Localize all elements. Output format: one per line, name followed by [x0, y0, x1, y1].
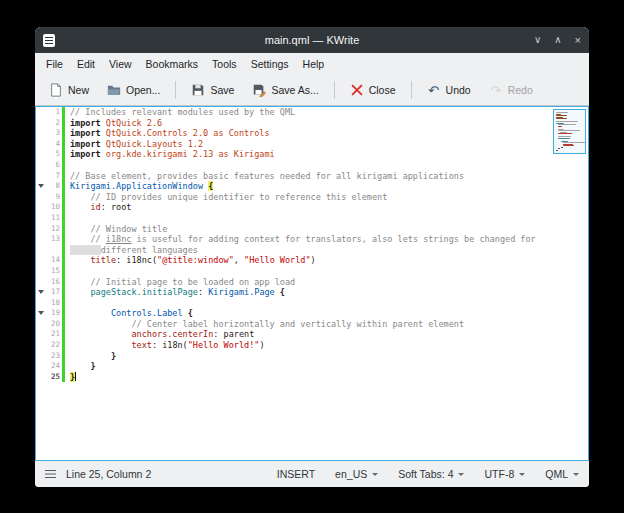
fold-margin [36, 255, 45, 266]
toolbar-separator [334, 81, 335, 99]
line-number: 5 [45, 149, 62, 160]
menu-item-file[interactable]: File [39, 55, 70, 73]
code-line: 7// Base element, provides basic feature… [36, 171, 588, 182]
dictionary-button[interactable]: en_US [335, 468, 378, 480]
menu-item-help[interactable]: Help [296, 55, 332, 73]
indentation-button[interactable]: Soft Tabs: 4 [398, 468, 464, 480]
toolbar-separator [175, 81, 176, 99]
save-as-icon [252, 83, 266, 97]
fold-margin [36, 351, 45, 362]
code-text: Kirigami.ApplicationWindow { [65, 181, 588, 192]
menu-item-bookmarks[interactable]: Bookmarks [139, 55, 206, 73]
minimap-line [563, 142, 585, 143]
cursor-position-label[interactable]: Line 25, Column 2 [66, 468, 151, 480]
open-folder-icon [107, 83, 121, 97]
code-text [65, 213, 588, 224]
open-button[interactable]: Open... [99, 80, 168, 100]
code-text: Controls.Label { [65, 308, 588, 319]
undo-icon: ↶ [427, 83, 441, 97]
line-number: 25 [45, 372, 62, 383]
save-as-button[interactable]: Save As... [244, 80, 326, 100]
desktop: { "window": { "title": "main.qml — KWrit… [0, 0, 624, 513]
editor-view[interactable]: 1// Includes relevant modules used by th… [35, 106, 589, 461]
encoding-button[interactable]: UTF-8 [484, 468, 525, 480]
minimap-line [556, 112, 568, 113]
input-mode-button[interactable]: INSERT [277, 468, 315, 480]
save-icon [191, 83, 205, 97]
minimap-line [556, 118, 567, 119]
new-document-icon [49, 83, 63, 97]
minimap-line [561, 147, 564, 148]
code-text: different languages [65, 245, 588, 256]
code-text: // Center label horizontally and vertica… [65, 319, 588, 330]
hamburger-menu-icon[interactable] [45, 470, 56, 472]
code-text: // i18nc is useful for adding context fo… [65, 234, 588, 245]
code-line: 11 [36, 213, 588, 224]
close-document-icon [350, 83, 364, 97]
line-number: 6 [45, 160, 62, 171]
save-as-label: Save As... [271, 84, 318, 96]
menu-item-settings[interactable]: Settings [244, 55, 296, 73]
encoding-label: UTF-8 [484, 468, 514, 480]
chevron-down-icon [458, 473, 464, 476]
minimize-icon[interactable]: ∨ [534, 35, 541, 45]
line-number: 4 [45, 139, 62, 150]
open-label: Open... [126, 84, 160, 96]
fold-margin [36, 361, 45, 372]
scrollbar-minimap[interactable] [553, 109, 586, 154]
fold-marker-icon[interactable] [36, 287, 45, 298]
text-cursor [75, 372, 76, 381]
code-text: // Window title [65, 224, 588, 235]
fold-margin [36, 372, 45, 383]
line-number: 23 [45, 351, 62, 362]
syntax-mode-button[interactable]: QML [545, 468, 579, 480]
code-line: 4import QtQuick.Layouts 1.2 [36, 139, 588, 150]
code-line: 3import QtQuick.Controls 2.0 as Controls [36, 128, 588, 139]
code-area[interactable]: 1// Includes relevant modules used by th… [36, 107, 588, 460]
new-button[interactable]: New [41, 80, 97, 100]
minimap-line [558, 138, 570, 139]
code-line: different languages [36, 245, 588, 256]
line-number [45, 245, 62, 256]
code-line: 9 // ID provides unique identifier to re… [36, 192, 588, 203]
code-text: import QtQuick.Controls 2.0 as Controls [65, 128, 588, 139]
fold-margin [36, 171, 45, 182]
close-icon[interactable]: × [575, 35, 581, 46]
line-number: 9 [45, 192, 62, 203]
line-number: 2 [45, 118, 62, 129]
code-text: id: root [65, 202, 588, 213]
line-number: 14 [45, 255, 62, 266]
kwrite-app-icon [43, 34, 55, 47]
line-number: 18 [45, 298, 62, 309]
code-line: 15 [36, 266, 588, 277]
menu-item-edit[interactable]: Edit [70, 55, 102, 73]
redo-button[interactable]: ↷Redo [481, 80, 541, 100]
code-line: 20 // Center label horizontally and vert… [36, 319, 588, 330]
fold-margin [36, 213, 45, 224]
code-line: 1// Includes relevant modules used by th… [36, 107, 588, 118]
new-label: New [68, 84, 89, 96]
menu-bar: FileEditViewBookmarksToolsSettingsHelp [35, 53, 589, 75]
minimap-line [563, 145, 574, 146]
minimap-line [558, 126, 561, 127]
line-number: 3 [45, 128, 62, 139]
code-text: anchors.centerIn: parent [65, 329, 588, 340]
close-button[interactable]: Close [342, 80, 404, 100]
code-text: // Includes relevant modules used by the… [65, 107, 588, 118]
fold-margin [36, 128, 45, 139]
menu-item-view[interactable]: View [102, 55, 139, 73]
indentation-label: Soft Tabs: 4 [398, 468, 453, 480]
menu-item-tools[interactable]: Tools [205, 55, 244, 73]
save-button[interactable]: Save [183, 80, 242, 100]
line-number: 7 [45, 171, 62, 182]
code-line: 6 [36, 160, 588, 171]
code-text: // Initial page to be loaded on app load [65, 277, 588, 288]
code-line: 23 } [36, 351, 588, 362]
maximize-icon[interactable]: ∧ [554, 35, 561, 45]
code-text: title: i18nc("@title:window", "Hello Wor… [65, 255, 588, 266]
window-title: main.qml — KWrite [35, 34, 589, 46]
fold-marker-icon[interactable] [36, 308, 45, 319]
fold-marker-icon[interactable] [36, 181, 45, 192]
title-bar[interactable]: main.qml — KWrite ∨ ∧ × [35, 27, 589, 53]
undo-button[interactable]: ↶Undo [419, 80, 479, 100]
